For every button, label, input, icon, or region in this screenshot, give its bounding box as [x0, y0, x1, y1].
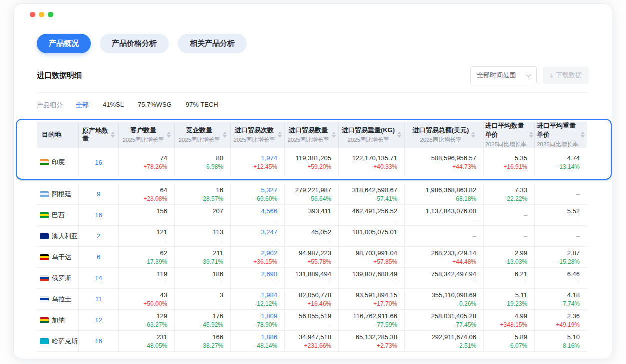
metric-value: 64 — [160, 186, 168, 194]
origin-count[interactable]: 14 — [79, 268, 119, 288]
column-header[interactable]: 进口平均数量单价2025同比增长率 — [484, 122, 535, 148]
tab-3[interactable]: 相关产品分析 — [178, 34, 247, 54]
metric-growth: +57.85% — [374, 258, 398, 266]
sort-icon[interactable] — [111, 132, 115, 138]
metric-value[interactable]: 2,690 — [261, 270, 278, 278]
filter-option[interactable]: 75.7%WSG — [138, 101, 172, 110]
metric-cell[interactable]: 5,327-69.60% — [231, 184, 285, 204]
close-button[interactable] — [30, 12, 36, 18]
origin-count[interactable]: 16 — [79, 331, 119, 352]
metric-cell: 166-38.27% — [175, 331, 231, 352]
metric-growth: -48.05% — [145, 342, 168, 350]
metric-cell[interactable]: 2,690– — [231, 268, 285, 288]
sort-icon[interactable] — [223, 132, 227, 138]
origin-count[interactable]: 6 — [79, 247, 119, 268]
table-row: 乌干达662-17.39%211-39.71%2,902+36.15%94,98… — [37, 247, 587, 268]
metric-value[interactable]: 3,247 — [261, 228, 278, 236]
origin-count[interactable]: 11 — [79, 289, 119, 310]
metric-growth: +16.91% — [504, 164, 528, 170]
metric-value: 5.10 — [568, 334, 580, 341]
metric-cell[interactable]: 1,974+12.45% — [231, 148, 285, 177]
destination-cell: 印度 — [37, 148, 79, 177]
metric-cell[interactable]: 1,886-48.14% — [231, 331, 285, 352]
sort-icon[interactable] — [278, 132, 282, 138]
metric-value[interactable]: 5,327 — [261, 186, 278, 194]
metric-value[interactable]: 1,886 — [261, 334, 278, 341]
metric-value: 176 — [212, 312, 224, 320]
origin-count[interactable]: 12 — [79, 310, 119, 330]
metric-growth: +44.48% — [452, 258, 476, 266]
destination-cell: 乌拉圭 — [37, 289, 79, 310]
column-header[interactable]: 原产地数量 — [79, 122, 119, 148]
metric-cell[interactable]: 2,902+36.15% — [231, 247, 285, 268]
metric-value[interactable]: 1,809 — [261, 312, 278, 320]
metric-value[interactable]: 1,974 — [261, 154, 278, 162]
metric-cell: 156– — [119, 205, 175, 226]
metric-value[interactable]: 2,902 — [261, 250, 278, 257]
column-sublabel: 2025同比增长率 — [537, 141, 578, 148]
metric-cell: 116,762,911.66-77.59% — [339, 310, 405, 330]
column-header[interactable]: 进口贸易数量2025同比增长率 — [285, 122, 339, 148]
metric-growth: +59.20% — [308, 164, 332, 170]
section-header: 进口数据明细 全部时间范围 ⤓ 下载数据 — [37, 66, 589, 93]
tab-2[interactable]: 产品价格分析 — [100, 34, 169, 54]
main-content: 产品概况产品价格分析相关产品分析 进口数据明细 全部时间范围 ⤓ 下载数据 产品… — [14, 4, 612, 352]
time-range-select[interactable]: 全部时间范围 — [470, 66, 537, 84]
column-label: 进口贸易总额(美元) — [413, 126, 470, 135]
origin-count[interactable]: 2 — [79, 226, 119, 246]
tab-1[interactable]: 产品概况 — [37, 34, 91, 54]
column-label: 进口贸易重量(KG) — [342, 126, 395, 135]
column-header[interactable]: 进口贸易次数2025同比增长率 — [231, 122, 285, 148]
metric-growth: -77.45% — [454, 322, 476, 328]
metric-cell[interactable]: 4,566– — [231, 205, 285, 226]
metric-cell[interactable]: 3,247– — [231, 226, 285, 246]
column-label: 客户数量 — [130, 126, 156, 135]
metric-growth: +55.78% — [308, 258, 332, 266]
destination-cell: 加纳 — [37, 310, 79, 330]
sort-icon[interactable] — [332, 132, 336, 138]
metric-cell[interactable]: 1,809-78.90% — [231, 310, 285, 330]
sort-icon[interactable] — [472, 132, 476, 138]
column-header[interactable]: 进口贸易重量(KG)2025同比增长率 — [339, 122, 405, 148]
column-label: 目的地 — [42, 130, 62, 140]
metric-cell: 462,491,256.52– — [339, 205, 405, 226]
zoom-button[interactable] — [48, 12, 54, 18]
column-header[interactable]: 客户数量2025同比增长率 — [119, 122, 175, 148]
filter-option[interactable]: 全部 — [76, 101, 89, 110]
country-name: 阿根廷 — [52, 190, 72, 199]
metric-value: 62 — [160, 250, 168, 257]
minimize-button[interactable] — [39, 12, 44, 18]
download-icon: ⤓ — [550, 72, 553, 79]
column-sublabel: 2025同比增长率 — [420, 136, 462, 144]
metric-cell: 4.99+348.15% — [484, 310, 535, 330]
toolbar-controls: 全部时间范围 ⤓ 下载数据 — [470, 66, 589, 84]
metric-growth: -38.27% — [201, 342, 224, 350]
column-header[interactable]: 竞企数量2025同比增长率 — [175, 122, 231, 148]
metric-cell: 258,031,405.28-77.45% — [405, 310, 484, 330]
column-header[interactable]: 进口贸易总额(美元)2025同比增长率 — [405, 122, 484, 148]
download-button[interactable]: ⤓ 下载数据 — [543, 67, 589, 84]
metric-growth: -39.71% — [201, 258, 224, 266]
metric-cell: 268,233,729.14+44.48% — [405, 247, 484, 268]
origin-count[interactable]: 16 — [79, 205, 119, 226]
filter-option[interactable]: 97% TECH — [186, 101, 218, 110]
sort-icon[interactable] — [398, 132, 402, 138]
metric-value: 758,342,497.94 — [432, 270, 476, 278]
metric-value: 74 — [160, 154, 168, 162]
filter-option[interactable]: 41%SL — [103, 101, 124, 110]
sort-icon[interactable] — [581, 132, 585, 138]
origin-count[interactable]: 9 — [79, 184, 119, 204]
metric-value: 65,132,285.38 — [356, 334, 398, 341]
metric-growth: +17.70% — [374, 300, 398, 308]
destination-cell: 澳大利亚 — [37, 226, 79, 246]
origin-count[interactable]: 16 — [79, 148, 119, 177]
metric-value[interactable]: 4,566 — [261, 208, 278, 215]
metric-value[interactable]: 1,984 — [261, 292, 278, 299]
sort-icon[interactable] — [530, 132, 534, 138]
column-header[interactable]: 进口平均重量单价2025同比增长率 — [535, 122, 587, 148]
sort-icon[interactable] — [167, 132, 171, 138]
metric-cell[interactable]: 1,984-12.12% — [231, 289, 285, 310]
metric-growth: – — [220, 216, 224, 224]
metric-value: 94,987,223 — [299, 250, 332, 257]
column-label: 进口平均数量单价 — [485, 122, 526, 140]
